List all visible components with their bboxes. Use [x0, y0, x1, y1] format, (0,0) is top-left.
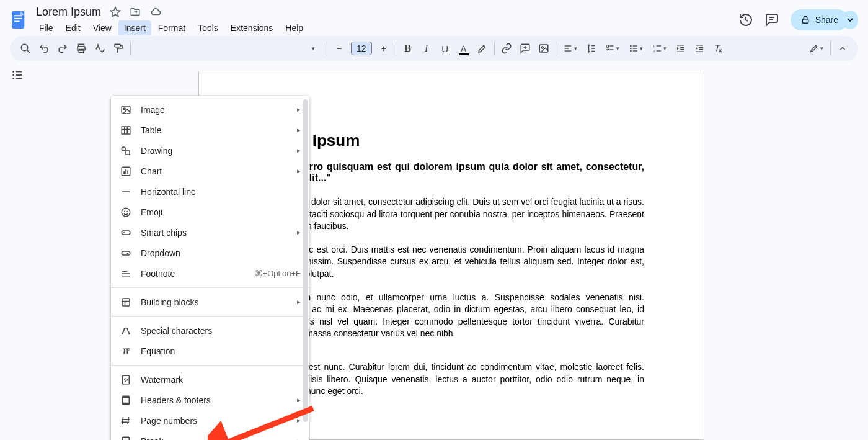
doc-paragraph: Duis pretium nunc odio, et ullamcorper u… [259, 292, 644, 340]
svg-rect-30 [633, 45, 637, 46]
menu-extensions[interactable]: Extensions [225, 20, 278, 35]
clear-format-icon[interactable] [709, 39, 727, 58]
star-icon[interactable] [110, 6, 121, 17]
highlight-icon[interactable] [473, 39, 492, 58]
svg-rect-53 [122, 106, 130, 114]
font-size-input[interactable]: 12 [351, 42, 372, 55]
insert-menu-item-special-characters[interactable]: Special characters [111, 320, 309, 341]
italic-icon[interactable]: I [417, 39, 436, 58]
docs-logo[interactable] [6, 7, 31, 32]
menu-item-label: Horizontal line [141, 187, 301, 197]
undo-icon[interactable] [35, 39, 53, 58]
insert-menu-item-table[interactable]: Table [111, 120, 309, 140]
svg-rect-32 [633, 50, 637, 51]
menu-tools[interactable]: Tools [192, 20, 224, 35]
bold-icon[interactable]: B [399, 39, 417, 58]
insert-image-icon[interactable] [534, 39, 553, 58]
spellcheck-icon[interactable] [91, 39, 109, 58]
svg-rect-60 [126, 151, 130, 155]
insert-menu-item-headers-footers[interactable]: Headers & footers [111, 390, 309, 410]
insert-menu-item-drawing[interactable]: Drawing [111, 140, 309, 161]
checklist-icon[interactable] [601, 39, 624, 58]
insert-menu-item-emoji[interactable]: Emoji [111, 202, 309, 222]
insert-menu-item-building-blocks[interactable]: Building blocks [111, 292, 309, 312]
dropdown-scrollbar[interactable] [303, 99, 308, 440]
insert-menu-item-dropdown[interactable]: Dropdown [111, 243, 309, 263]
drawing-icon [120, 145, 132, 156]
svg-point-66 [122, 208, 130, 217]
svg-point-59 [122, 147, 125, 151]
watermark-icon [120, 374, 132, 385]
insert-menu-item-page-numbers[interactable]: Page numbers [111, 410, 309, 431]
insert-menu-item-watermark[interactable]: Watermark [111, 369, 309, 390]
menu-insert[interactable]: Insert [118, 20, 151, 35]
outline-icon[interactable] [11, 68, 24, 440]
footnote-icon [120, 268, 132, 279]
paint-format-icon[interactable] [109, 39, 128, 58]
print-icon[interactable] [72, 39, 91, 58]
menu-separator [111, 316, 309, 317]
emoji-icon [120, 207, 132, 218]
svg-point-68 [127, 210, 128, 212]
menu-view[interactable]: View [87, 20, 117, 35]
pi-icon: 2 [120, 346, 132, 357]
doc-paragraph: Phasellus nec est orci. Duis mattis est … [259, 244, 644, 281]
cloud-status-icon[interactable] [149, 6, 162, 17]
share-caret[interactable] [842, 11, 858, 29]
numbered-list-icon[interactable]: 12 [648, 39, 671, 58]
redo-icon[interactable] [53, 39, 72, 58]
font-size-minus[interactable]: − [330, 39, 348, 58]
menu-separator [111, 365, 309, 366]
underline-icon[interactable]: U [436, 39, 454, 58]
svg-point-17 [541, 47, 543, 48]
svg-point-83 [125, 378, 128, 381]
menu-item-label: Drawing [141, 146, 297, 156]
add-comment-icon[interactable] [516, 39, 534, 58]
edit-mode-icon[interactable] [804, 39, 828, 58]
styles-select[interactable] [301, 39, 324, 58]
indent-icon[interactable] [690, 39, 709, 58]
menu-file[interactable]: File [33, 20, 59, 35]
line-spacing-icon[interactable] [582, 39, 601, 58]
outdent-icon[interactable] [671, 39, 690, 58]
share-button[interactable]: Share [790, 9, 848, 30]
insert-menu-item-footnote[interactable]: Footnote⌘+Option+F [111, 263, 309, 284]
doc-title[interactable]: Lorem Ipsum [33, 5, 104, 19]
insert-menu-item-image[interactable]: Image [111, 99, 309, 120]
menu-edit[interactable]: Edit [60, 20, 86, 35]
font-size-plus[interactable]: + [374, 39, 393, 58]
headers-icon [120, 395, 132, 406]
svg-point-27 [630, 45, 632, 47]
text-color-icon[interactable]: A [454, 39, 473, 58]
svg-rect-64 [127, 170, 128, 174]
search-menus-icon[interactable] [16, 39, 35, 58]
menu-format[interactable]: Format [153, 20, 191, 35]
svg-rect-62 [123, 171, 125, 174]
collapse-toolbar-icon[interactable] [833, 39, 852, 58]
comment-icon[interactable] [764, 12, 779, 27]
svg-text:2: 2 [128, 347, 130, 351]
insert-menu-item-chart[interactable]: Chart [111, 161, 309, 181]
insert-link-icon[interactable] [497, 39, 516, 58]
menu-item-label: Smart chips [141, 228, 297, 238]
insert-menu-item-smart-chips[interactable]: Smart chips [111, 222, 309, 243]
menu-item-label: Dropdown [141, 248, 301, 258]
doc-paragraph: Vivamus eu est nunc. Curabitur lorem dui… [259, 361, 644, 398]
insert-menu-item-break[interactable]: Break [111, 431, 309, 440]
menu-help[interactable]: Help [280, 20, 309, 35]
svg-rect-86 [123, 402, 130, 404]
align-icon[interactable] [559, 39, 582, 58]
insert-menu-item-equation[interactable]: 2Equation [111, 341, 309, 361]
move-icon[interactable] [130, 6, 141, 17]
history-icon[interactable] [738, 12, 753, 27]
svg-rect-69 [122, 231, 130, 235]
svg-point-50 [12, 71, 14, 73]
bulleted-list-icon[interactable] [624, 39, 648, 58]
svg-point-52 [12, 78, 14, 79]
insert-menu-item-horizontal-line[interactable]: Horizontal line [111, 181, 309, 202]
svg-rect-82 [123, 375, 130, 384]
svg-point-28 [630, 48, 632, 50]
svg-point-51 [12, 74, 14, 76]
svg-rect-7 [802, 19, 808, 24]
menu-item-label: Equation [141, 346, 301, 356]
